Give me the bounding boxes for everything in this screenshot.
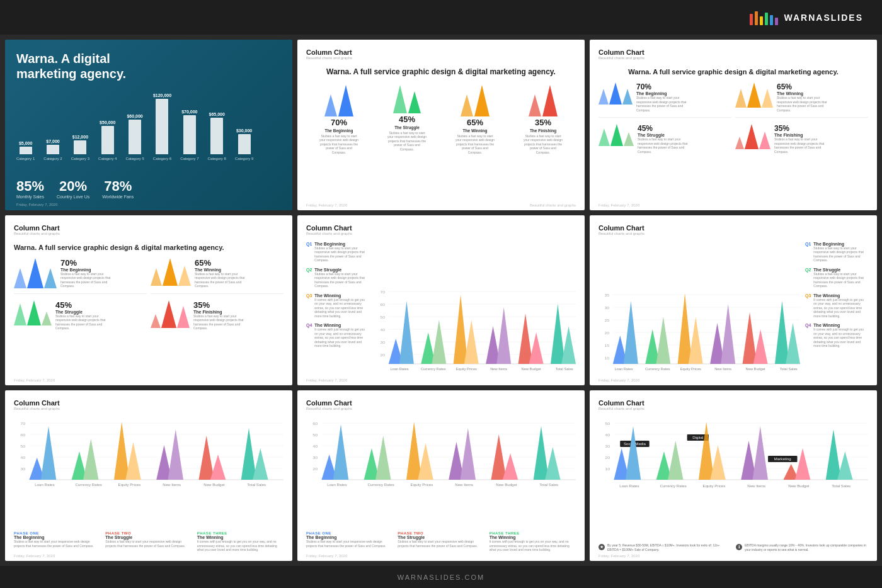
svg-marker-116 [253, 448, 268, 480]
slide-7[interactable]: Column Chart Beautiful charts and graphs… [5, 390, 292, 561]
svg-text:New Items: New Items [747, 485, 765, 488]
slide-9-body: 50 40 30 20 10 Social Media Digital Mark… [598, 417, 868, 552]
slide-5[interactable]: Column Chart Beautiful charts and graphs… [297, 215, 585, 386]
footer-text: WARNASLIDES.COM [398, 574, 484, 581]
svg-marker-174 [710, 445, 725, 480]
svg-marker-143 [503, 453, 518, 480]
slide-6-header: Column Chart Beautiful charts and graphs [598, 224, 868, 235]
slide-9[interactable]: Column Chart Beautiful charts and graphs… [590, 390, 877, 561]
svg-marker-24 [163, 258, 178, 286]
svg-marker-13 [762, 89, 773, 108]
slide-5-title: Column Chart [306, 224, 576, 232]
svg-marker-12 [747, 82, 761, 108]
svg-marker-22 [44, 268, 57, 288]
svg-text:30: 30 [381, 341, 386, 345]
slide-5-subtitle: Beautiful charts and graphs [306, 232, 576, 235]
svg-marker-137 [375, 436, 391, 480]
slide-3-subtitle: Beautiful charts and graphs [598, 56, 868, 60]
svg-marker-87 [786, 323, 800, 364]
svg-text:New Items: New Items [714, 368, 731, 371]
svg-marker-85 [753, 329, 768, 364]
slide-6-subtitle: Beautiful charts and graphs [598, 232, 868, 235]
svg-marker-81 [689, 317, 703, 364]
svg-text:50: 50 [20, 444, 25, 448]
svg-text:New Budget: New Budget [496, 483, 517, 487]
svg-marker-80 [678, 293, 692, 364]
svg-marker-19 [759, 132, 770, 149]
slide-7-chart: 70 60 50 40 30 [14, 417, 284, 529]
svg-marker-7 [542, 85, 558, 116]
slide-6-chart: 35 30 25 20 15 10 [598, 242, 800, 377]
slide-9-info: ★ By year 5: Revenue $30-50M, EBITDA ≈ $… [598, 543, 868, 552]
svg-text:20: 20 [605, 456, 610, 460]
svg-text:70: 70 [381, 290, 386, 295]
svg-marker-15 [610, 124, 623, 146]
slide-8-phases: PHASE ONE The Beginning Stubios a fast w… [306, 531, 576, 552]
slide-2-categories: 70% The Beginning Stubios a fast way to … [306, 85, 576, 155]
logo-bar-5 [770, 15, 773, 25]
slide-2[interactable]: Column Chart Beautiful charts and graphs… [297, 40, 585, 210]
svg-marker-2 [393, 85, 407, 113]
cat-struggle: 45% The Struggle Stubios a fast way to s… [387, 85, 428, 155]
cat-beginning: 70% The Beginning Stubios a fast way to … [319, 85, 360, 155]
svg-marker-18 [745, 124, 759, 149]
slide-4[interactable]: Column Chart Beautiful charts and graphs… [5, 215, 292, 386]
slide-3-winning: 65% The Winning Stubios a fast way to st… [735, 82, 868, 118]
svg-marker-179 [826, 429, 841, 480]
stat-monthly-sales: 85% Monthly Sales [16, 178, 44, 199]
logo-area: WARNASLIDES [750, 10, 863, 25]
svg-text:Loan Rates: Loan Rates [327, 483, 346, 487]
slide-5-chart: 70 60 50 40 30 20 [374, 242, 576, 377]
svg-marker-28 [42, 312, 52, 325]
svg-marker-0 [324, 94, 337, 116]
svg-marker-112 [168, 429, 183, 480]
slide-7-body: 70 60 50 40 30 [14, 417, 284, 552]
svg-text:30: 30 [20, 467, 25, 471]
svg-text:New Budget: New Budget [746, 368, 766, 371]
svg-marker-180 [837, 451, 852, 480]
svg-marker-79 [656, 317, 670, 364]
svg-text:40: 40 [312, 444, 318, 448]
svg-marker-108 [83, 439, 98, 480]
svg-marker-6 [529, 94, 541, 116]
svg-text:10: 10 [605, 467, 610, 471]
svg-text:60: 60 [381, 303, 386, 307]
svg-marker-54 [529, 332, 544, 364]
svg-marker-26 [14, 303, 26, 325]
slide-3-title: Column Chart [598, 48, 868, 56]
slide-8-title: Column Chart [306, 399, 576, 407]
header: WARNASLIDES [0, 0, 882, 35]
logo-bar-3 [760, 16, 763, 25]
svg-text:60: 60 [20, 433, 25, 437]
slide-3[interactable]: Column Chart Beautiful charts and graphs… [590, 40, 877, 210]
bar-group-6: $120,000 Category 6 [153, 93, 171, 161]
svg-text:Equity Prices: Equity Prices [118, 483, 141, 487]
slide-9-subtitle: Beautiful charts and graphs [598, 407, 868, 410]
slide-8[interactable]: Column Chart Beautiful charts and graphs… [297, 390, 585, 561]
bar-group-5: $60,000 Category 5 [125, 114, 144, 161]
slide-9-chart: 50 40 30 20 10 Social Media Digital Mark… [598, 417, 868, 541]
slide-2-title: Column Chart [306, 48, 576, 56]
svg-marker-109 [114, 422, 129, 480]
slide-1[interactable]: Warna. A digital marketing agency. $5,00… [5, 40, 292, 210]
slides-grid: Warna. A digital marketing agency. $5,00… [0, 35, 882, 566]
cat-winning: 65% The Winning Stubios a fast way to st… [455, 85, 496, 155]
svg-text:Equity Prices: Equity Prices [680, 368, 702, 371]
svg-text:50: 50 [312, 433, 318, 437]
bar-group-3: $12,000 Category 3 [71, 135, 89, 161]
svg-marker-138 [406, 422, 421, 480]
svg-text:New Items: New Items [490, 368, 507, 371]
svg-marker-27 [27, 300, 41, 325]
slide-7-header: Column Chart Beautiful charts and graphs [14, 399, 284, 410]
svg-marker-83 [721, 304, 735, 364]
slide-6[interactable]: Column Chart Beautiful charts and graphs… [590, 215, 877, 386]
svg-text:Loan Rates: Loan Rates [390, 368, 409, 371]
svg-marker-178 [795, 448, 810, 480]
slide-8-body: 60 50 40 30 20 Loa [306, 417, 576, 552]
slide-1-bars: $5,000 Category 1 $7,000 Category 2 $12,… [16, 98, 281, 161]
svg-text:10: 10 [605, 356, 610, 361]
bar-group-8: $65,000 Category 8 [208, 112, 226, 161]
svg-marker-114 [210, 455, 226, 480]
svg-text:30: 30 [605, 444, 610, 448]
svg-text:25: 25 [605, 319, 610, 323]
